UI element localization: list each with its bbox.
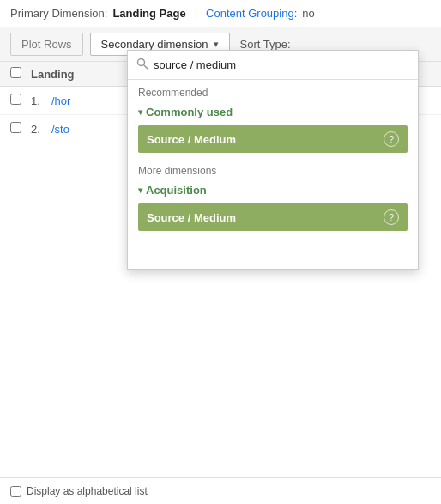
acquisition-label: Acquisition (146, 184, 207, 197)
landing-column-header: Landing (31, 68, 75, 81)
svg-line-1 (144, 65, 148, 70)
alphabetical-list-label: Display as alphabetical list (27, 485, 148, 497)
acquisition-subheading[interactable]: ▾ Acquisition (128, 180, 418, 200)
row-checkbox-cell (10, 122, 31, 136)
primary-dim-value: Landing Page (112, 7, 185, 20)
triangle-icon: ▾ (138, 185, 142, 195)
recommended-heading: Recommended (128, 80, 418, 102)
search-row (128, 51, 418, 80)
search-icon (136, 58, 148, 72)
header-checkbox-cell (10, 67, 31, 81)
plot-rows-button[interactable]: Plot Rows (10, 33, 83, 56)
source-medium-acquisition-label: Source / Medium (147, 211, 236, 224)
sort-type-label: Sort Type: (240, 38, 291, 51)
triangle-icon: ▾ (138, 107, 142, 117)
dimension-search-input[interactable] (154, 58, 409, 71)
bottom-bar: Display as alphabetical list (0, 477, 441, 504)
select-all-checkbox[interactable] (10, 67, 21, 78)
row-1-link[interactable]: /hor (51, 94, 70, 107)
secondary-dimension-dropdown: Recommended ▾ Commonly used Source / Med… (127, 50, 419, 270)
top-bar: Primary Dimension: Landing Page | Conten… (0, 0, 441, 27)
source-medium-acquisition-item[interactable]: Source / Medium ? (138, 203, 408, 231)
help-icon-2[interactable]: ? (384, 209, 399, 225)
row-2-link[interactable]: /sto (51, 123, 69, 136)
dropdown-spacer (128, 234, 418, 269)
source-medium-recommended-label: Source / Medium (147, 133, 236, 146)
row-2-number: 2. (31, 123, 51, 136)
more-dimensions-heading: More dimensions (128, 156, 418, 180)
content-grouping-value: no (302, 7, 314, 20)
alphabetical-list-checkbox[interactable] (10, 486, 21, 497)
row-1-number: 1. (31, 94, 51, 107)
primary-dim-label: Primary Dimension: (10, 7, 107, 20)
secondary-dim-label: Secondary dimension (101, 38, 208, 51)
row-1-checkbox[interactable] (10, 94, 21, 105)
commonly-used-subheading[interactable]: ▾ Commonly used (128, 102, 418, 122)
help-icon[interactable]: ? (384, 131, 399, 147)
source-medium-recommended-item[interactable]: Source / Medium ? (138, 125, 408, 153)
commonly-used-label: Commonly used (146, 106, 233, 118)
chevron-down-icon: ▾ (214, 39, 219, 50)
content-grouping-link[interactable]: Content Grouping: (206, 7, 297, 20)
row-2-checkbox[interactable] (10, 122, 21, 133)
row-checkbox-cell (10, 94, 31, 107)
